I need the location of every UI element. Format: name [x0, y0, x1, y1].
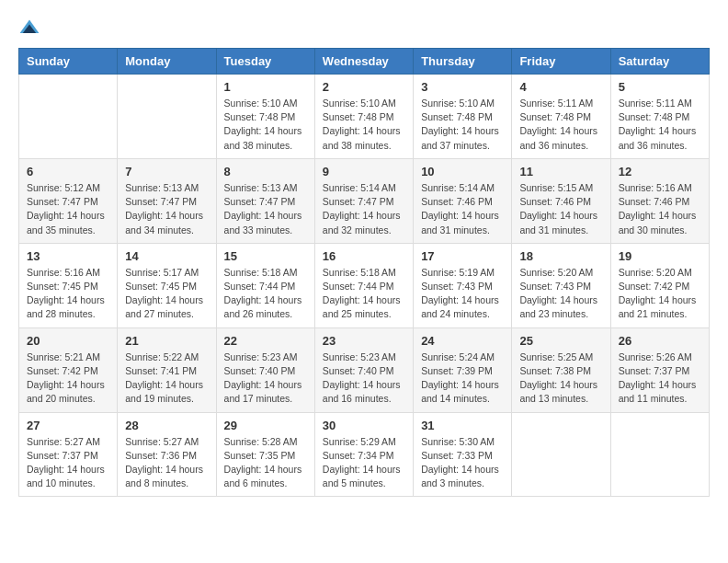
day-info: Sunrise: 5:13 AM Sunset: 7:47 PM Dayligh… — [224, 181, 307, 237]
day-info: Sunrise: 5:14 AM Sunset: 7:46 PM Dayligh… — [421, 181, 504, 237]
day-info: Sunrise: 5:25 AM Sunset: 7:38 PM Dayligh… — [519, 350, 602, 407]
day-info: Sunrise: 5:26 AM Sunset: 7:37 PM Dayligh… — [619, 350, 701, 407]
calendar-week-1: 6Sunrise: 5:12 AM Sunset: 7:47 PM Daylig… — [19, 158, 710, 243]
calendar-cell: 3Sunrise: 5:10 AM Sunset: 7:48 PM Daylig… — [414, 75, 512, 159]
page-header — [18, 18, 710, 40]
day-header-monday: Monday — [118, 49, 216, 75]
day-info: Sunrise: 5:11 AM Sunset: 7:48 PM Dayligh… — [519, 97, 602, 153]
calendar-cell: 23Sunrise: 5:23 AM Sunset: 7:40 PM Dayli… — [314, 327, 413, 412]
calendar-cell: 6Sunrise: 5:12 AM Sunset: 7:47 PM Daylig… — [19, 158, 118, 243]
calendar-cell: 12Sunrise: 5:16 AM Sunset: 7:46 PM Dayli… — [610, 158, 709, 243]
day-info: Sunrise: 5:14 AM Sunset: 7:47 PM Dayligh… — [323, 181, 405, 237]
calendar-cell: 14Sunrise: 5:17 AM Sunset: 7:45 PM Dayli… — [118, 243, 216, 327]
calendar-cell: 18Sunrise: 5:20 AM Sunset: 7:43 PM Dayli… — [512, 243, 610, 327]
day-info: Sunrise: 5:10 AM Sunset: 7:48 PM Dayligh… — [421, 97, 504, 153]
day-info: Sunrise: 5:16 AM Sunset: 7:45 PM Dayligh… — [27, 266, 109, 322]
day-header-wednesday: Wednesday — [314, 49, 413, 75]
day-info: Sunrise: 5:24 AM Sunset: 7:39 PM Dayligh… — [421, 350, 504, 407]
day-number: 9 — [323, 165, 405, 178]
calendar-header-row: SundayMondayTuesdayWednesdayThursdayFrid… — [19, 49, 710, 75]
calendar-cell: 8Sunrise: 5:13 AM Sunset: 7:47 PM Daylig… — [216, 158, 314, 243]
calendar-cell: 10Sunrise: 5:14 AM Sunset: 7:46 PM Dayli… — [414, 158, 512, 243]
day-number: 14 — [125, 249, 208, 263]
day-number: 11 — [519, 165, 602, 178]
calendar-cell: 21Sunrise: 5:22 AM Sunset: 7:41 PM Dayli… — [118, 327, 216, 412]
calendar-body: 1Sunrise: 5:10 AM Sunset: 7:48 PM Daylig… — [19, 75, 710, 497]
day-header-saturday: Saturday — [610, 49, 709, 75]
day-number: 16 — [323, 249, 405, 263]
day-number: 28 — [125, 419, 208, 432]
calendar-cell: 5Sunrise: 5:11 AM Sunset: 7:48 PM Daylig… — [610, 75, 709, 159]
day-info: Sunrise: 5:11 AM Sunset: 7:48 PM Dayligh… — [619, 97, 701, 153]
day-number: 13 — [27, 249, 109, 263]
calendar-cell: 31Sunrise: 5:30 AM Sunset: 7:33 PM Dayli… — [414, 412, 512, 497]
calendar-cell: 20Sunrise: 5:21 AM Sunset: 7:42 PM Dayli… — [19, 327, 118, 412]
day-number: 30 — [323, 419, 405, 432]
calendar-cell: 26Sunrise: 5:26 AM Sunset: 7:37 PM Dayli… — [610, 327, 709, 412]
day-number: 15 — [224, 249, 307, 263]
day-number: 25 — [519, 334, 602, 348]
calendar-cell — [512, 412, 610, 497]
calendar-cell: 17Sunrise: 5:19 AM Sunset: 7:43 PM Dayli… — [414, 243, 512, 327]
calendar-cell: 7Sunrise: 5:13 AM Sunset: 7:47 PM Daylig… — [118, 158, 216, 243]
day-info: Sunrise: 5:21 AM Sunset: 7:42 PM Dayligh… — [27, 350, 109, 407]
day-info: Sunrise: 5:17 AM Sunset: 7:45 PM Dayligh… — [125, 266, 208, 322]
day-info: Sunrise: 5:27 AM Sunset: 7:37 PM Dayligh… — [27, 435, 109, 491]
day-info: Sunrise: 5:20 AM Sunset: 7:43 PM Dayligh… — [519, 266, 602, 322]
calendar-cell: 24Sunrise: 5:24 AM Sunset: 7:39 PM Dayli… — [414, 327, 512, 412]
calendar-week-0: 1Sunrise: 5:10 AM Sunset: 7:48 PM Daylig… — [19, 75, 710, 159]
calendar-cell: 13Sunrise: 5:16 AM Sunset: 7:45 PM Dayli… — [19, 243, 118, 327]
calendar-cell: 28Sunrise: 5:27 AM Sunset: 7:36 PM Dayli… — [118, 412, 216, 497]
day-number: 24 — [421, 334, 504, 348]
day-info: Sunrise: 5:23 AM Sunset: 7:40 PM Dayligh… — [323, 350, 405, 407]
day-number: 29 — [224, 419, 307, 432]
day-header-sunday: Sunday — [19, 49, 118, 75]
day-info: Sunrise: 5:28 AM Sunset: 7:35 PM Dayligh… — [224, 435, 307, 491]
calendar-cell: 16Sunrise: 5:18 AM Sunset: 7:44 PM Dayli… — [314, 243, 413, 327]
day-info: Sunrise: 5:13 AM Sunset: 7:47 PM Dayligh… — [125, 181, 208, 237]
day-number: 1 — [224, 80, 307, 94]
calendar-cell: 11Sunrise: 5:15 AM Sunset: 7:46 PM Dayli… — [512, 158, 610, 243]
day-info: Sunrise: 5:27 AM Sunset: 7:36 PM Dayligh… — [125, 435, 208, 491]
day-number: 18 — [519, 249, 602, 263]
day-number: 2 — [323, 80, 405, 94]
day-number: 7 — [125, 165, 208, 178]
day-info: Sunrise: 5:18 AM Sunset: 7:44 PM Dayligh… — [323, 266, 405, 322]
day-info: Sunrise: 5:19 AM Sunset: 7:43 PM Dayligh… — [421, 266, 504, 322]
day-number: 27 — [27, 419, 109, 432]
day-info: Sunrise: 5:12 AM Sunset: 7:47 PM Dayligh… — [27, 181, 109, 237]
day-number: 4 — [519, 80, 602, 94]
day-number: 20 — [27, 334, 109, 348]
calendar-cell: 19Sunrise: 5:20 AM Sunset: 7:42 PM Dayli… — [610, 243, 709, 327]
day-info: Sunrise: 5:10 AM Sunset: 7:48 PM Dayligh… — [323, 97, 405, 153]
calendar-cell: 27Sunrise: 5:27 AM Sunset: 7:37 PM Dayli… — [19, 412, 118, 497]
day-header-tuesday: Tuesday — [216, 49, 314, 75]
day-number: 8 — [224, 165, 307, 178]
day-number: 5 — [619, 80, 701, 94]
day-header-friday: Friday — [512, 49, 610, 75]
day-number: 31 — [421, 419, 504, 432]
calendar-week-4: 27Sunrise: 5:27 AM Sunset: 7:37 PM Dayli… — [19, 412, 710, 497]
day-number: 23 — [323, 334, 405, 348]
calendar-cell: 1Sunrise: 5:10 AM Sunset: 7:48 PM Daylig… — [216, 75, 314, 159]
calendar-cell — [19, 75, 118, 159]
calendar-cell: 30Sunrise: 5:29 AM Sunset: 7:34 PM Dayli… — [314, 412, 413, 497]
day-number: 17 — [421, 249, 504, 263]
logo — [18, 18, 44, 40]
day-number: 12 — [619, 165, 701, 178]
calendar-cell: 15Sunrise: 5:18 AM Sunset: 7:44 PM Dayli… — [216, 243, 314, 327]
day-info: Sunrise: 5:22 AM Sunset: 7:41 PM Dayligh… — [125, 350, 208, 407]
day-number: 26 — [619, 334, 701, 348]
day-info: Sunrise: 5:18 AM Sunset: 7:44 PM Dayligh… — [224, 266, 307, 322]
day-number: 6 — [27, 165, 109, 178]
day-info: Sunrise: 5:29 AM Sunset: 7:34 PM Dayligh… — [323, 435, 405, 491]
day-info: Sunrise: 5:15 AM Sunset: 7:46 PM Dayligh… — [519, 181, 602, 237]
day-number: 22 — [224, 334, 307, 348]
calendar-cell — [118, 75, 216, 159]
day-header-thursday: Thursday — [414, 49, 512, 75]
calendar-cell: 29Sunrise: 5:28 AM Sunset: 7:35 PM Dayli… — [216, 412, 314, 497]
day-info: Sunrise: 5:20 AM Sunset: 7:42 PM Dayligh… — [619, 266, 701, 322]
calendar-cell: 2Sunrise: 5:10 AM Sunset: 7:48 PM Daylig… — [314, 75, 413, 159]
calendar-table: SundayMondayTuesdayWednesdayThursdayFrid… — [18, 48, 710, 497]
day-info: Sunrise: 5:23 AM Sunset: 7:40 PM Dayligh… — [224, 350, 307, 407]
